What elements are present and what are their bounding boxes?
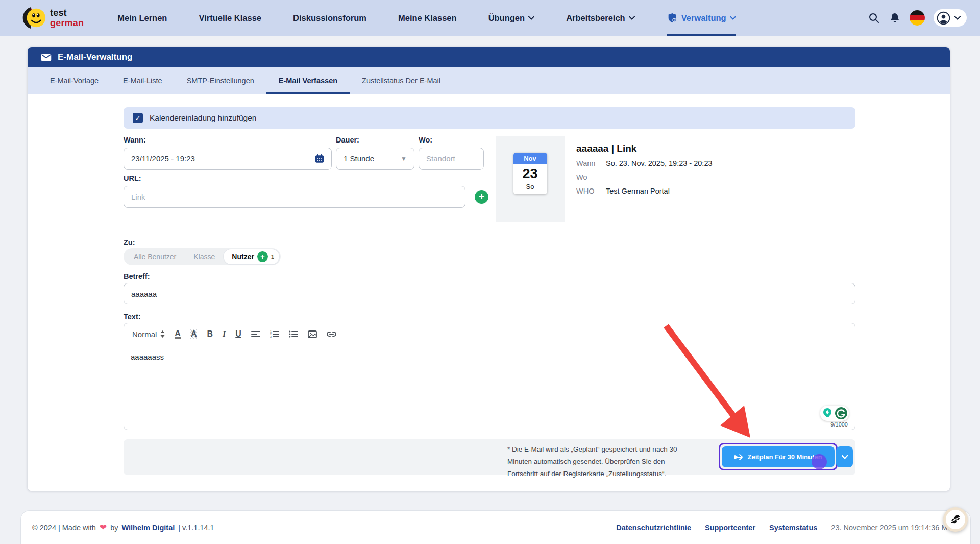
highlight-color-icon[interactable]: A (190, 329, 198, 339)
wann-input[interactable] (124, 148, 332, 170)
add-user-button[interactable]: + (257, 251, 268, 262)
tab-email-vorlage[interactable]: E-Mail-Vorlage (38, 67, 111, 94)
email-management-panel: E-Mail-Verwaltung E-Mail-Vorlage E-Mail-… (28, 47, 950, 491)
calendar-invite-checkbox[interactable]: ✓ (133, 113, 143, 123)
wo-input[interactable] (419, 148, 484, 170)
betreff-input[interactable] (124, 283, 855, 304)
segment-klasse[interactable]: Klasse (185, 253, 224, 261)
chevron-down-icon (528, 16, 534, 20)
brand-link[interactable]: Wilhelm Digital (121, 524, 175, 532)
wo-label: Wo: (419, 136, 484, 144)
event-wann-value: So. 23. Nov. 2025, 19:23 - 20:23 (606, 159, 713, 168)
suggestion-bulb-icon[interactable] (821, 407, 834, 419)
tab-email-liste[interactable]: E-Mail-Liste (111, 67, 175, 94)
betreff-label: Betreff: (124, 272, 150, 280)
align-icon[interactable] (251, 330, 260, 338)
notifications-bell-icon[interactable] (889, 12, 901, 24)
bold-icon[interactable]: B (207, 329, 213, 339)
tab-email-verfassen[interactable]: E-Mail Verfassen (266, 67, 350, 94)
recipient-segmented-control: Alle Benutzer Klasse Nutzer + 1 (124, 248, 281, 265)
event-who-label: WHO (576, 186, 606, 196)
navbar-actions (868, 9, 967, 27)
bullet-list-icon[interactable] (289, 330, 298, 338)
url-label: URL: (124, 174, 465, 182)
main-nav: Mein Lernen Virtuelle Klasse Diskussions… (117, 0, 736, 36)
mini-calendar-day: 23 (513, 164, 547, 182)
user-count-badge: 1 (271, 254, 276, 260)
schedule-note: * Die E-Mail wird als „Geplant“ gespeich… (507, 443, 707, 480)
top-navbar: test german Mein Lernen Virtuelle Klasse… (0, 0, 980, 36)
link-icon[interactable] (327, 331, 336, 337)
schedule-strip: * Die E-Mail wird als „Geplant“ gespeich… (124, 439, 855, 475)
event-wann-label: Wann (576, 159, 606, 168)
chevron-down-icon (954, 16, 961, 20)
feather-glyph-icon (949, 513, 962, 526)
event-preview-details: aaaaaa | Link WannSo. 23. Nov. 2025, 19:… (576, 143, 713, 196)
grammar-widget: 9/1000 (820, 406, 849, 428)
logo-mascot-icon (22, 6, 46, 30)
zu-label: Zu: (124, 238, 135, 246)
event-who-value: Test German Portal (606, 186, 670, 196)
underline-icon[interactable]: U (235, 329, 241, 339)
annotation-outline (719, 443, 838, 470)
italic-icon[interactable]: I (223, 329, 226, 339)
dauer-label: Dauer: (336, 136, 414, 144)
panel-title: E-Mail-Verwaltung (58, 52, 132, 62)
editor-textarea[interactable]: aaaaaass (124, 345, 855, 368)
betreff-value[interactable] (131, 290, 848, 298)
calendar-invite-banner: ✓ Kalendereinladung hinzufügen (124, 107, 855, 129)
event-wo-label: Wo (576, 173, 606, 182)
avatar-icon (937, 11, 950, 25)
format-arrows-icon (160, 330, 165, 338)
url-input[interactable] (124, 186, 465, 208)
schedule-button-group: Zeitplan Für 30 Minuten (719, 443, 853, 471)
admin-shield-icon (667, 12, 678, 23)
nav-item-uebungen[interactable]: Übungen (488, 0, 535, 36)
grammarly-icon[interactable] (835, 407, 848, 420)
nav-item-arbeitsbereich[interactable]: Arbeitsbereich (566, 0, 635, 36)
text-color-icon[interactable]: A (175, 329, 181, 339)
panel-header: E-Mail-Verwaltung (28, 47, 950, 67)
chevron-down-icon (629, 16, 635, 20)
mini-calendar-weekday: So (513, 182, 547, 194)
logo-wordmark: test german (50, 8, 84, 28)
editor-toolbar: Normal A A B I U 123 (124, 323, 855, 345)
image-icon[interactable] (308, 330, 317, 338)
mini-calendar-card: Nov 23 So (513, 153, 547, 194)
search-icon[interactable] (868, 12, 880, 24)
event-title: aaaaaa | Link (576, 143, 713, 154)
nav-item-diskussionsforum[interactable]: Diskussionsforum (293, 0, 366, 36)
nav-item-verwaltung[interactable]: Verwaltung (667, 0, 736, 36)
url-value[interactable] (131, 193, 458, 201)
nav-item-meine-klassen[interactable]: Meine Klassen (398, 0, 457, 36)
segment-nutzer[interactable]: Nutzer + 1 (224, 249, 279, 264)
chevron-down-icon (730, 16, 736, 20)
format-select[interactable]: Normal (132, 330, 165, 339)
svg-text:3: 3 (270, 335, 272, 338)
user-menu[interactable] (934, 9, 967, 27)
tab-smtp-einstellungen[interactable]: SMTP-Einstellungen (175, 67, 266, 94)
calendar-preview-panel: Nov 23 So (496, 136, 565, 222)
wo-value[interactable] (426, 154, 476, 163)
wann-label: Wann: (124, 136, 332, 144)
brand-logo[interactable]: test german (22, 6, 84, 30)
footer-link-support[interactable]: Supportcenter (705, 524, 755, 532)
footer-link-datenschutz[interactable]: Datenschutzrichtlinie (616, 524, 691, 532)
nav-item-virtuelle-klasse[interactable]: Virtuelle Klasse (199, 0, 261, 36)
add-url-button[interactable]: + (475, 190, 488, 204)
footer-timestamp: 23. November 2025 um 19:14:36 MEZ (831, 524, 957, 532)
footer-link-systemstatus[interactable]: Systemstatus (769, 524, 817, 532)
compose-form: ✓ Kalendereinladung hinzufügen Wann: (28, 94, 950, 491)
ordered-list-icon[interactable]: 123 (270, 330, 279, 338)
calendar-icon[interactable] (315, 154, 324, 163)
language-flag-icon[interactable] (910, 10, 925, 26)
nav-item-mein-lernen[interactable]: Mein Lernen (117, 0, 167, 36)
envelope-icon (41, 53, 52, 62)
tab-zustellstatus[interactable]: Zustellstatus Der E-Mail (350, 67, 453, 94)
assistant-fab-button[interactable] (943, 507, 968, 532)
copyright: © 2024 | Made with ❤ by Wilhelm Digital … (32, 522, 214, 533)
dauer-select[interactable]: 1 Stunde ▼ (336, 148, 414, 170)
segment-alle-benutzer[interactable]: Alle Benutzer (125, 253, 185, 261)
wann-value[interactable] (131, 154, 315, 163)
schedule-options-caret[interactable] (836, 446, 853, 467)
